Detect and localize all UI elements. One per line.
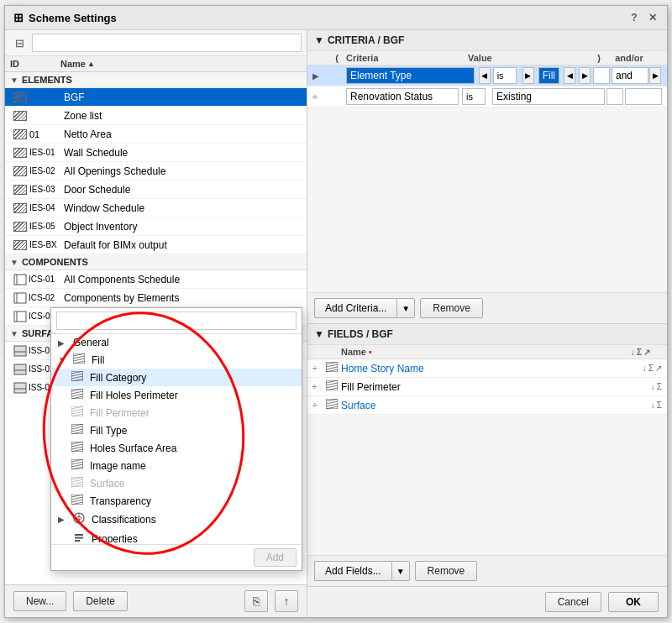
row-andor-cell[interactable]: and bbox=[612, 67, 648, 84]
row-andor-cell[interactable] bbox=[625, 88, 662, 105]
elements-section-header[interactable]: ▼ ELEMENTS bbox=[5, 72, 307, 88]
dropdown-item-general[interactable]: ▶ General bbox=[51, 334, 302, 351]
required-dot: • bbox=[369, 348, 372, 357]
dropdown-item-fill-type[interactable]: Fill Type bbox=[51, 421, 302, 439]
remove-fields-button[interactable]: Remove bbox=[415, 561, 478, 581]
field-picker-dropdown: ▶ General ▼ Fill bbox=[50, 307, 302, 571]
row-expand-icon: ÷ bbox=[312, 92, 328, 102]
hatch-icon bbox=[71, 371, 87, 384]
svg-rect-8 bbox=[14, 364, 26, 374]
criteria-type-cell[interactable]: Element Type bbox=[346, 67, 475, 84]
andor-arrow[interactable]: ▶ bbox=[649, 67, 661, 84]
list-item[interactable]: ICS-01 All Components Schedule bbox=[5, 270, 307, 289]
dropdown-item-fill-category[interactable]: Fill Category bbox=[51, 369, 302, 386]
grid-view-button[interactable]: ⊟ bbox=[10, 34, 29, 52]
list-item[interactable]: IES-05 Object Inventory bbox=[5, 217, 307, 236]
dropdown-item-fill[interactable]: ▼ Fill bbox=[51, 351, 302, 369]
svg-line-71 bbox=[326, 401, 338, 404]
components-section-header[interactable]: ▼ COMPONENTS bbox=[5, 254, 307, 270]
delete-button[interactable]: Delete bbox=[73, 591, 128, 611]
item-id-text: IES-01 bbox=[29, 148, 55, 157]
search-input[interactable] bbox=[32, 34, 302, 52]
help-icon[interactable]: ? bbox=[628, 12, 640, 24]
hatch-icon bbox=[13, 222, 27, 232]
hatch-icon bbox=[13, 240, 27, 250]
list-item[interactable]: BGF bbox=[5, 88, 307, 107]
criteria-value-cell[interactable]: Fill bbox=[538, 67, 559, 84]
title-bar: ⊞ Scheme Settings ? ✕ bbox=[5, 6, 667, 30]
list-item[interactable]: IES-01 Wall Schedule bbox=[5, 144, 307, 162]
field-row[interactable]: ÷ Home Story Name ↓Σ↗ bbox=[307, 359, 667, 378]
dropdown-item-fill-perimeter[interactable]: Fill Perimeter bbox=[51, 404, 302, 421]
expand-icon: ▶ bbox=[58, 338, 70, 348]
fields-section: ▼ FIELDS / BGF Name • ↓ Σ ↗ bbox=[307, 324, 667, 617]
item-id: IES-BX bbox=[13, 240, 64, 250]
dropdown-item-surface[interactable]: Surface bbox=[51, 474, 302, 492]
criteria-type-cell[interactable]: Renovation Status bbox=[346, 88, 459, 105]
remove-criteria-button[interactable]: Remove bbox=[420, 298, 483, 318]
svg-line-24 bbox=[71, 391, 83, 394]
field-row[interactable]: ÷ Fill Perimeter ↓Σ bbox=[307, 378, 667, 396]
right-arrow-button[interactable]: ▶ bbox=[522, 67, 534, 84]
export-button[interactable]: ↑ bbox=[275, 590, 298, 612]
dropdown-search-input[interactable] bbox=[56, 312, 297, 330]
svg-line-35 bbox=[71, 429, 83, 432]
list-item[interactable]: IES-02 All Openings Schedule bbox=[5, 162, 307, 181]
dropdown-item-label: Fill Type bbox=[90, 425, 127, 437]
value-left-arrow[interactable]: ◀ bbox=[564, 67, 575, 84]
left-arrow-button[interactable]: ◀ bbox=[479, 67, 491, 84]
hatch-icon bbox=[71, 406, 87, 419]
hatch-icon bbox=[326, 362, 341, 374]
id-column-header: ID bbox=[10, 59, 60, 69]
list-item[interactable]: IES-04 Window Schedule bbox=[5, 199, 307, 217]
collapse-icon: ▼ bbox=[314, 34, 324, 46]
svg-line-39 bbox=[71, 444, 83, 447]
close-icon[interactable]: ✕ bbox=[647, 12, 659, 24]
add-fields-dropdown-arrow[interactable]: ▼ bbox=[391, 561, 410, 581]
add-criteria-split-button: Add Criteria... ▼ bbox=[314, 298, 415, 318]
list-item[interactable]: Zone list bbox=[5, 107, 307, 125]
add-criteria-dropdown-arrow[interactable]: ▼ bbox=[396, 298, 415, 318]
list-item[interactable]: IES-03 Door Schedule bbox=[5, 181, 307, 199]
svg-line-61 bbox=[326, 364, 338, 367]
ok-button[interactable]: OK bbox=[608, 592, 659, 612]
sort-arrow-icon: ▲ bbox=[87, 60, 95, 68]
criteria-row[interactable]: ÷ Renovation Status is Existing bbox=[307, 86, 667, 107]
criteria-title-text: CRITERIA / BGF bbox=[328, 34, 405, 46]
copy-button[interactable]: ⎘ bbox=[244, 590, 268, 612]
field-row[interactable]: ÷ Surface ↓Σ bbox=[307, 396, 667, 415]
list-item[interactable]: IES-BX Default for BIMx output bbox=[5, 236, 307, 254]
dropdown-item-label: Image name bbox=[90, 460, 146, 472]
list-item[interactable]: ICS-02 Components by Elements bbox=[5, 289, 307, 307]
dropdown-item-classifications[interactable]: ▶ Classifications bbox=[51, 510, 302, 529]
list-item[interactable]: 01 Netto Area bbox=[5, 125, 307, 144]
new-button[interactable]: New... bbox=[13, 591, 66, 611]
value-right-arrow[interactable]: ▶ bbox=[579, 67, 591, 84]
add-fields-button[interactable]: Add Fields... bbox=[314, 561, 391, 581]
dropdown-item-fill-holes-perimeter[interactable]: Fill Holes Perimeter bbox=[51, 386, 302, 404]
title-bar-left: ⊞ Scheme Settings bbox=[13, 11, 117, 24]
surface-icon bbox=[13, 382, 27, 394]
dropdown-item-label: Holes Surface Area bbox=[90, 442, 176, 454]
criteria-row[interactable]: ▶ Element Type ◀ is ▶ Fill ◀ ▶ and bbox=[307, 65, 667, 86]
dropdown-item-properties[interactable]: Properties bbox=[51, 529, 302, 544]
surface-icon bbox=[13, 364, 27, 375]
dropdown-item-image-name[interactable]: Image name bbox=[51, 457, 302, 474]
dropdown-item-holes-surface-area[interactable]: Holes Surface Area bbox=[51, 439, 302, 457]
cancel-button[interactable]: Cancel bbox=[545, 592, 601, 612]
svg-line-49 bbox=[71, 479, 83, 482]
item-id: 01 bbox=[13, 129, 64, 139]
svg-line-44 bbox=[71, 462, 83, 464]
dialog-bottom-bar: Cancel OK bbox=[307, 586, 667, 617]
svg-line-34 bbox=[71, 427, 83, 429]
add-criteria-button[interactable]: Add Criteria... bbox=[314, 298, 396, 318]
criteria-is-cell: is bbox=[493, 67, 517, 84]
component-icon bbox=[13, 274, 27, 285]
dropdown-item-transparency[interactable]: Transparency bbox=[51, 492, 302, 510]
fields-column-icons: ↓ Σ ↗ bbox=[631, 348, 650, 357]
svg-line-67 bbox=[326, 385, 338, 388]
hatch-icon bbox=[326, 380, 341, 393]
main-content: ⊟ ID Name ▲ ▼ ELEMENTS bbox=[5, 30, 667, 617]
criteria-value-cell[interactable]: Existing bbox=[492, 88, 605, 105]
svg-line-19 bbox=[71, 374, 83, 376]
